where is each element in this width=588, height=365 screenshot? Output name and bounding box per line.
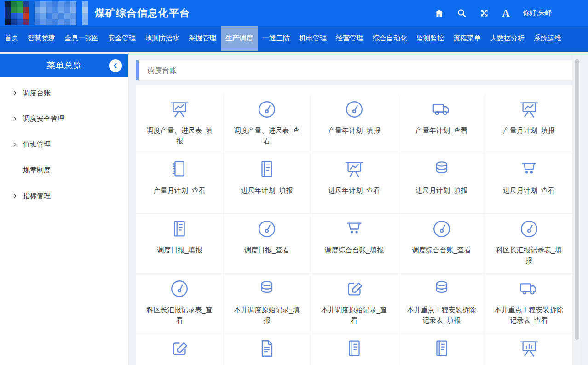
nav-tab-active[interactable]: 生产调度	[221, 26, 258, 51]
logo-pixel	[35, 19, 40, 25]
menu-card-label: 进尺月计划_查看	[494, 185, 564, 195]
menu-card[interactable]: 进尺年计划_查看	[311, 154, 398, 213]
logo-pixel	[58, 13, 64, 19]
ledger-icon	[344, 338, 365, 359]
menu-card-label: 产量月计划_查看	[144, 185, 214, 195]
menu-card-label: 产量年计划_查看	[407, 125, 477, 136]
menu-card-label: 科区长汇报记录表_填报	[494, 245, 564, 266]
logo-pixel	[23, 19, 29, 25]
sidebar-collapse-button[interactable]	[109, 59, 122, 72]
nav-tab[interactable]: 首页	[0, 26, 23, 51]
scrollbar-thumb[interactable]	[575, 59, 579, 340]
logo-pixel	[40, 1, 46, 7]
logo-pixel	[46, 7, 52, 13]
logo-pixel	[40, 19, 46, 25]
menu-card[interactable]: 进尺月计划_查看	[485, 154, 572, 213]
logo-pixel	[76, 19, 82, 25]
logo-pixel	[82, 1, 88, 7]
font-size-icon[interactable]: A	[502, 8, 510, 18]
sidebar-item-label: 调度台账	[23, 89, 51, 97]
sidebar-item[interactable]: 值班管理	[0, 131, 128, 157]
menu-card-label: 调度综合台账_查看	[407, 245, 477, 255]
nav-tab[interactable]: 地测防治水	[140, 26, 184, 51]
nav-tab[interactable]: 监测监控	[412, 26, 449, 51]
nav-tab[interactable]: 安全管理	[104, 26, 140, 51]
search-icon[interactable]	[457, 8, 467, 18]
menu-card[interactable]: 科区长汇报记录表_查看	[136, 274, 223, 333]
logo-pixel	[70, 1, 76, 7]
menu-card[interactable]: 本井调度原始记录_查看	[311, 274, 398, 333]
fullscreen-icon[interactable]	[479, 8, 489, 18]
sidebar-header: 菜单总览	[0, 54, 128, 77]
menu-card[interactable]: 产量月计划_查看	[136, 154, 223, 213]
menu-card[interactable]: 东井综合调度台账_填报	[485, 333, 572, 365]
gauge-icon	[344, 99, 365, 120]
menu-card[interactable]: 东井销售调度日报_填报	[311, 333, 398, 365]
home-icon[interactable]	[434, 8, 444, 18]
nav-tab[interactable]: 大数据分析	[485, 26, 529, 51]
logo-pixel	[82, 13, 88, 19]
logo-pixel	[5, 7, 11, 13]
nav-tab[interactable]: 流程菜单	[449, 26, 485, 51]
logo-pixel	[17, 13, 23, 19]
nav-tab[interactable]: 全息一张图	[60, 26, 104, 51]
sidebar-title: 菜单总览	[47, 60, 82, 72]
gauge-icon	[519, 218, 540, 240]
menu-card-label: 调度产量、进尺表_填报	[144, 125, 214, 147]
menu-card[interactable]: 科区长汇报记录表_填报	[485, 214, 572, 273]
menu-card[interactable]: 本井调度原始记录_填报	[224, 274, 311, 333]
nav-tab[interactable]: 综合自动化	[368, 26, 412, 51]
menu-card[interactable]: 东井调度原始记录_查看	[224, 333, 311, 365]
presentation-line-chart-icon	[344, 159, 365, 180]
logo-pixel	[40, 7, 46, 13]
menu-card-label: 产量月计划_填报	[494, 125, 564, 136]
logo-pixel	[64, 7, 70, 13]
menu-card[interactable]: 产量年计划_查看	[398, 94, 485, 154]
nav-tab[interactable]: 采掘管理	[184, 26, 221, 51]
menu-card[interactable]: 东井销售调度日报_查看	[398, 333, 485, 365]
logo-pixel	[11, 13, 17, 19]
menu-card[interactable]: 调度日报_查看	[224, 214, 311, 273]
logo-pixel	[76, 7, 82, 13]
menu-card[interactable]: 本井重点工程安装拆除记录表_查看	[485, 274, 572, 333]
cart-icon	[344, 218, 365, 240]
logo-pixel	[64, 19, 70, 25]
logo-pixel	[5, 13, 11, 19]
edit-icon	[344, 278, 365, 299]
logo-pixel	[5, 1, 11, 7]
document-icon	[256, 338, 277, 359]
menu-card-panel: 调度产量、进尺表_填报调度产量、进尺表_查看产量年计划_填报产量年计划_查看产量…	[136, 85, 572, 365]
edit-icon	[169, 338, 190, 359]
gauge-icon	[256, 218, 277, 240]
presentation-bar-chart-icon	[519, 338, 540, 359]
nav-tab[interactable]: 机电管理	[294, 26, 331, 51]
menu-card[interactable]: 本井重点工程安装拆除记录表_填报	[398, 274, 485, 333]
nav-tab[interactable]: 经营管理	[331, 26, 368, 51]
menu-card[interactable]: 产量年计划_填报	[311, 94, 398, 154]
sidebar-item[interactable]: 规章制度	[0, 157, 128, 183]
menu-card[interactable]: 进尺年计划_填报	[224, 154, 311, 213]
menu-card[interactable]: 产量月计划_填报	[485, 94, 572, 154]
logo-pixel	[58, 7, 64, 13]
chevron-right-icon	[12, 193, 18, 199]
nav-tab[interactable]: 智慧党建	[23, 26, 60, 51]
menu-card[interactable]: 进尺月计划_填报	[398, 154, 485, 213]
logo-pixel	[17, 1, 23, 7]
sidebar-item[interactable]: 调度安全管理	[0, 106, 128, 131]
sidebar-item[interactable]: 指标管理	[0, 183, 128, 209]
nav-tab[interactable]: 一通三防	[258, 26, 294, 51]
logo-pixel	[40, 13, 46, 19]
logo-pixel	[64, 1, 70, 7]
menu-card[interactable]: 调度综合台账_填报	[311, 214, 398, 273]
nav-tab[interactable]: 系统运维	[529, 26, 566, 51]
menu-card[interactable]: 调度产量、进尺表_查看	[224, 94, 311, 154]
sidebar: 菜单总览 调度台账调度安全管理值班管理规章制度指标管理	[0, 54, 129, 365]
menu-card[interactable]: 调度综合台账_查看	[398, 214, 485, 273]
page-title: 调度台账	[147, 66, 177, 75]
sidebar-item[interactable]: 调度台账	[0, 80, 128, 106]
menu-card[interactable]: 东井调度原始记录_填报	[136, 333, 223, 365]
presentation-line-chart-icon	[519, 99, 540, 120]
menu-card[interactable]: 调度产量、进尺表_填报	[136, 94, 223, 154]
truck-icon	[431, 99, 452, 120]
menu-card[interactable]: 调度日报_填报	[136, 214, 223, 273]
